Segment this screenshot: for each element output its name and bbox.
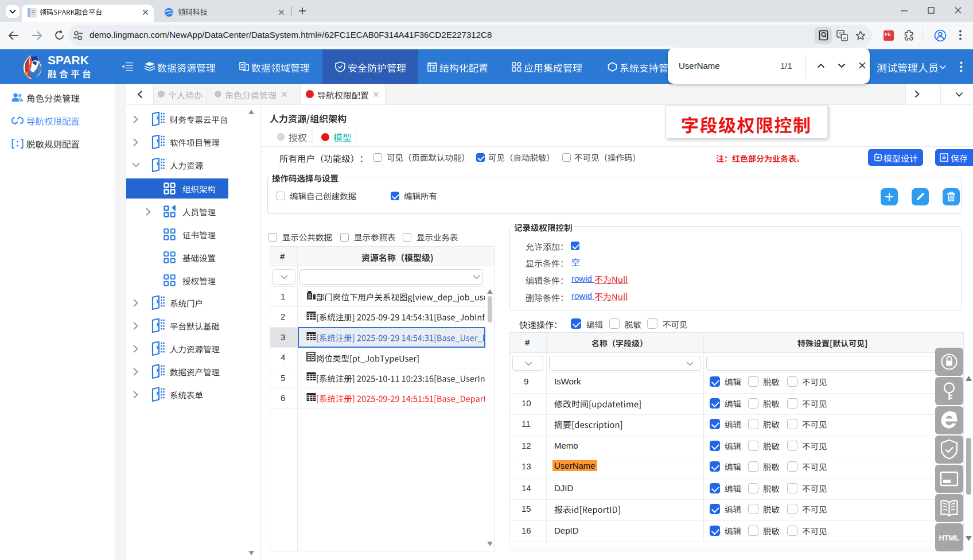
svg-text:HTML: HTML [939, 534, 959, 542]
svg-text:A: A [843, 36, 846, 41]
